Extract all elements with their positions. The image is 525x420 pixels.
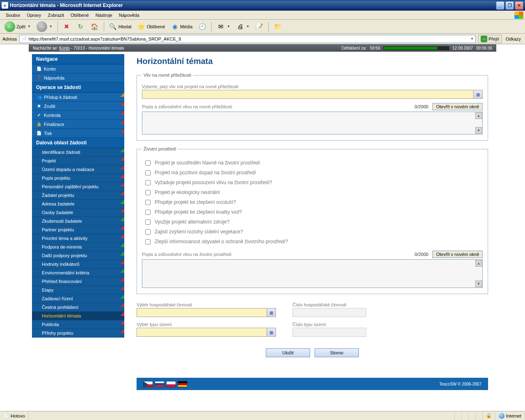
env-checkbox[interactable] (145, 180, 151, 185)
print-icon: 🖨 (236, 23, 244, 31)
sidebar-item[interactable]: 👥Přístup k žádosti (32, 93, 124, 102)
sidebar-subitem[interactable]: Přílohy projektu (32, 329, 124, 338)
scroll-up-icon[interactable]: ▲ (475, 112, 482, 119)
flag-de-icon[interactable] (178, 381, 187, 387)
sidebar-subitem[interactable]: Osoby žadatele (32, 208, 124, 217)
go-button[interactable]: → Přejít (478, 35, 502, 43)
sidebar-subitem[interactable]: Etapy (32, 286, 124, 294)
mail-button[interactable]: ✉▼ (215, 21, 232, 32)
sidebar-subitem[interactable]: Identifikace žádosti (32, 148, 124, 157)
sidebar-subitem-label: Identifikace žádosti (42, 150, 80, 155)
env-checkbox[interactable] (145, 210, 151, 215)
label-vyberte-vliv: Vyberte, jaký vliv má projekt na rovné p… (142, 84, 483, 89)
sidebar-subitem-label: Hodnoty indikátorů (42, 262, 80, 267)
sidebar-item[interactable]: ❓Nápověda (32, 73, 124, 82)
sidebar-subitem[interactable]: Popis projektu (32, 174, 124, 183)
stop-button[interactable]: ✖ (61, 21, 73, 32)
sidebar-subitem[interactable]: Horizontální témata (32, 312, 124, 320)
sidebar-subitem[interactable]: Podpora de-minimis (32, 243, 124, 251)
sidebar-subitem[interactable]: Zkušenosti žadatele (32, 217, 124, 226)
sidebar-header-data: Datová oblast žádosti (32, 138, 124, 148)
minimize-button[interactable]: _ (496, 1, 504, 10)
textarea-popis-zp[interactable]: ▲ ▼ (142, 259, 483, 288)
sidebar-subitem[interactable]: Přehled financování (32, 277, 124, 286)
search-button[interactable]: 🔍Hledat (107, 21, 134, 32)
fieldset-rovne-prilezitosti: Vliv na rovné příležitosti Vyberte, jaký… (137, 73, 488, 141)
sidebar-item[interactable]: 📄Konto (32, 64, 124, 73)
picker-icon[interactable]: ▦ (267, 308, 276, 317)
edit-button[interactable]: 📝 (253, 21, 265, 32)
picker-icon[interactable]: ▦ (473, 90, 482, 98)
folder-button[interactable]: 📁 (272, 21, 284, 32)
textarea-popis-rovne[interactable]: ▲ ▼ (142, 112, 483, 135)
sidebar-subitem[interactable]: Hodnoty indikátorů (32, 260, 124, 269)
scroll-up-icon[interactable]: ▲ (475, 260, 482, 267)
sidebar-item[interactable]: ✔Kontrola (32, 111, 124, 120)
menu-napoveda[interactable]: Nápověda (116, 12, 143, 18)
env-checkbox[interactable] (145, 190, 151, 195)
favorites-button[interactable]: ⭐Oblíbené (135, 21, 167, 32)
picker-icon[interactable]: ▦ (267, 328, 276, 336)
sidebar-item[interactable]: 📄Tisk (32, 129, 124, 138)
sidebar-item[interactable]: ✖Zrušit (32, 102, 124, 111)
restore-button[interactable]: ❐ (505, 1, 514, 10)
page-title: Horizontální témata (137, 57, 488, 66)
sidebar-subitem[interactable]: Žadatel projektu (32, 191, 124, 200)
label-vyber-hc: Výběr hospodářské činnosti (137, 302, 276, 307)
env-checkbox[interactable] (145, 160, 151, 166)
breadcrumb-konto[interactable]: Konto (59, 46, 70, 50)
env-check-label: Projekt je soustředěn hlavně na životní … (155, 160, 260, 166)
back-button[interactable]: ← Zpět▼ (2, 20, 33, 33)
menu-nastroje[interactable]: Nástroje (92, 12, 116, 18)
home-button[interactable]: 🏠 (89, 21, 101, 32)
sidebar-subitem[interactable]: Publicita (32, 320, 124, 329)
save-button[interactable]: Uložit (266, 348, 310, 357)
open-new-window-button-rovne[interactable]: Otevřít v novém okně (432, 103, 483, 110)
env-checkbox[interactable] (145, 200, 151, 205)
address-input[interactable]: 📄 https://benefit7.mssf.cz/zadost.aspx?z… (19, 35, 476, 43)
media-button[interactable]: ◉Média (169, 21, 194, 32)
sidebar-subitem[interactable]: Zadávací řízení (32, 294, 124, 303)
flag-pl-icon[interactable] (166, 381, 176, 387)
address-dropdown-icon[interactable]: ▼ (470, 37, 474, 41)
env-checkbox[interactable] (145, 229, 151, 235)
menu-zobrazit[interactable]: Zobrazit (44, 12, 67, 18)
input-vyber-typ[interactable]: ▦ (137, 328, 276, 337)
sidebar-subitem[interactable]: Environmentální kritéria (32, 269, 124, 277)
sidebar-subitem[interactable]: Partner projektu (32, 226, 124, 234)
refresh-button[interactable]: ↻ (75, 21, 87, 32)
sidebar-subitem[interactable]: Personální zajištění projektu (32, 183, 124, 191)
sidebar-subitem[interactable]: Projekt (32, 157, 124, 165)
env-checkbox[interactable] (145, 239, 151, 244)
input-vyber-hc[interactable]: ▦ (137, 308, 276, 317)
history-button[interactable]: 🕘 (196, 21, 208, 32)
env-checkbox[interactable] (145, 219, 151, 225)
menu-oblibene[interactable]: Oblíbené (67, 12, 92, 18)
sidebar-subitem[interactable]: Další podpory projektu (32, 251, 124, 260)
input-cislo-hc (292, 308, 366, 317)
open-new-window-button-zp[interactable]: Otevřít v novém okně (432, 251, 483, 258)
flag-sk-icon[interactable] (155, 381, 164, 387)
flag-cz-icon[interactable] (143, 381, 153, 387)
sidebar-subitem[interactable]: Prioritní téma a aktivity (32, 234, 124, 243)
sidebar-subitem-label: Čestná prohlášení (42, 305, 78, 310)
input-vliv-rovne[interactable]: ▦ (142, 90, 483, 99)
env-checkbox[interactable] (145, 170, 151, 176)
scroll-down-icon[interactable]: ▼ (475, 127, 482, 134)
sidebar-item-icon: 🔒 (36, 121, 41, 127)
sidebar-item[interactable]: 🔒Finalizace (32, 120, 124, 129)
menu-soubor[interactable]: Soubor (2, 12, 23, 18)
sidebar: Navigace 📄Konto❓Nápověda Operace se žádo… (32, 54, 124, 398)
sidebar-subitem[interactable]: Adresa žadatele (32, 200, 124, 208)
sidebar-subitem[interactable]: Území dopadu a realizace (32, 165, 124, 174)
menu-upravy[interactable]: Úpravy (23, 12, 44, 18)
sidebar-header-ops: Operace se žádostí (32, 82, 124, 93)
scroll-down-icon[interactable]: ▼ (475, 281, 482, 287)
links-button[interactable]: Odkazy (504, 37, 523, 41)
print-button[interactable]: 🖨▼ (234, 21, 251, 32)
cancel-button[interactable]: Storno (315, 348, 359, 357)
forward-button[interactable]: →▼ (34, 20, 55, 33)
sidebar-subitem[interactable]: Čestná prohlášení (32, 303, 124, 312)
close-button[interactable]: ✕ (515, 1, 523, 10)
checklist-zp: Projekt je soustředěn hlavně na životní … (142, 158, 483, 247)
